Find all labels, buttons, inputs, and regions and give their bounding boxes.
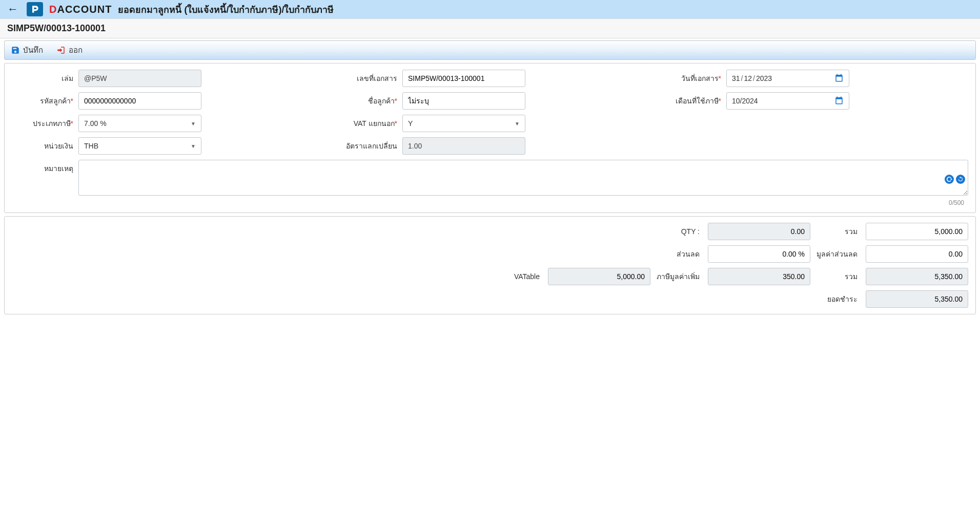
taxtype-label: ประเภทภาษี* — [12, 118, 78, 129]
chevron-down-icon: ▼ — [191, 143, 196, 149]
calendar-icon[interactable] — [834, 73, 844, 84]
book-label: เล่ม — [12, 73, 78, 84]
char-counter: 0/500 — [949, 199, 964, 206]
custname-label: ชื่อลูกค้า* — [336, 95, 402, 107]
save-button[interactable]: บันทึก — [9, 43, 45, 57]
custname-row: ชื่อลูกค้า* — [336, 92, 644, 110]
toolbar: บันทึก ออก — [4, 40, 976, 60]
discount-label: ส่วนลด — [657, 248, 702, 260]
grammarly-icon[interactable] — [945, 175, 954, 184]
brand-name: DACCOUNT — [49, 4, 112, 15]
total2-value — [866, 268, 968, 285]
vatsep-row: VAT แยกนอก* Y ▼ — [336, 115, 644, 132]
page-title: ยอดยกมาลูกหนี้ (ใบแจ้งหนี้/ใบกำกับภาษี)/… — [118, 2, 334, 17]
taxmonth-value: 10/2024 — [732, 97, 758, 105]
qty-label: QTY : — [657, 227, 702, 236]
save-icon — [11, 46, 20, 55]
exit-icon — [56, 46, 66, 55]
brand-letter-d: D — [49, 4, 57, 15]
docdate-day: 31 — [732, 74, 740, 82]
docdate-row: วันที่เอกสาร* 31/12/2023 — [660, 70, 968, 87]
app-logo-icon — [27, 2, 43, 16]
discamount-label: มูลค่าส่วนลด — [816, 248, 860, 260]
docno-label: เลขที่เอกสาร — [336, 73, 402, 84]
totals-panel: QTY : รวม ส่วนลด มูลค่าส่วนลด VATable ภา… — [4, 216, 976, 314]
rate-input — [402, 137, 525, 155]
docno-row: เลขที่เอกสาร — [336, 70, 644, 87]
refresh-icon[interactable] — [956, 175, 965, 184]
sub-header: SIMP5W/00013-100001 — [0, 18, 980, 38]
rate-label: อัตราแลกเปลี่ยน — [336, 140, 402, 152]
qty-value — [708, 223, 810, 240]
currency-value: THB — [84, 142, 98, 150]
book-row: เล่ม — [12, 70, 320, 87]
discamount-value[interactable] — [866, 245, 968, 263]
currency-row: หน่วยเงิน THB ▼ — [12, 137, 320, 155]
taxtype-value: 7.00 % — [84, 119, 107, 128]
remark-row: หมายเหตุ 0/500 — [12, 160, 968, 197]
vatable-label: VATable — [514, 272, 542, 281]
book-input — [78, 70, 201, 87]
calendar-icon[interactable] — [834, 96, 844, 107]
currency-label: หน่วยเงิน — [12, 140, 78, 152]
custcode-label: รหัสลูกค้า* — [12, 95, 78, 107]
total2-label: รวม — [816, 271, 860, 282]
custcode-row: รหัสลูกค้า* — [12, 92, 320, 110]
vatable-value — [548, 268, 650, 285]
rate-row: อัตราแลกเปลี่ยน — [336, 137, 644, 155]
net-label: ยอดชำระ — [816, 293, 860, 305]
docdate-year: 2023 — [756, 74, 772, 82]
chevron-down-icon: ▼ — [191, 121, 196, 126]
taxmonth-label: เดือนที่ใช้ภาษี* — [660, 95, 726, 107]
document-number-title: SIMP5W/00013-100001 — [7, 23, 973, 34]
exit-button[interactable]: ออก — [54, 43, 85, 57]
remark-label: หมายเหตุ — [12, 160, 78, 174]
chevron-down-icon: ▼ — [515, 121, 520, 126]
vat-value — [708, 268, 810, 285]
exit-button-label: ออก — [69, 44, 83, 56]
top-header: ← DACCOUNT ยอดยกมาลูกหนี้ (ใบแจ้งหนี้/ใบ… — [0, 0, 980, 18]
docdate-month: 12 — [744, 74, 752, 82]
vatsep-label: VAT แยกนอก* — [336, 118, 402, 129]
back-arrow-icon[interactable]: ← — [5, 3, 21, 16]
total1-label: รวม — [816, 226, 860, 237]
brand-rest: ACCOUNT — [57, 4, 112, 15]
vatsep-select[interactable]: Y ▼ — [402, 115, 525, 132]
currency-select[interactable]: THB ▼ — [78, 137, 201, 155]
docdate-input[interactable]: 31/12/2023 — [726, 70, 849, 87]
taxmonth-input[interactable]: 10/2024 — [726, 92, 849, 110]
save-button-label: บันทึก — [23, 44, 43, 56]
custname-input[interactable] — [402, 92, 525, 110]
remark-textarea[interactable] — [78, 160, 968, 196]
form-panel: เล่ม เลขที่เอกสาร วันที่เอกสาร* 31/12/20… — [4, 63, 976, 213]
net-value — [866, 290, 968, 308]
vatsep-value: Y — [408, 119, 413, 128]
taxtype-select[interactable]: 7.00 % ▼ — [78, 115, 201, 132]
vat-label: ภาษีมูลค่าเพิ่ม — [657, 271, 702, 282]
taxtype-row: ประเภทภาษี* 7.00 % ▼ — [12, 115, 320, 132]
total1-value[interactable] — [866, 223, 968, 240]
docdate-label: วันที่เอกสาร* — [660, 73, 726, 84]
custcode-input[interactable] — [78, 92, 201, 110]
discount-value[interactable] — [708, 245, 810, 263]
docno-input[interactable] — [402, 70, 525, 87]
taxmonth-row: เดือนที่ใช้ภาษี* 10/2024 — [660, 92, 968, 110]
